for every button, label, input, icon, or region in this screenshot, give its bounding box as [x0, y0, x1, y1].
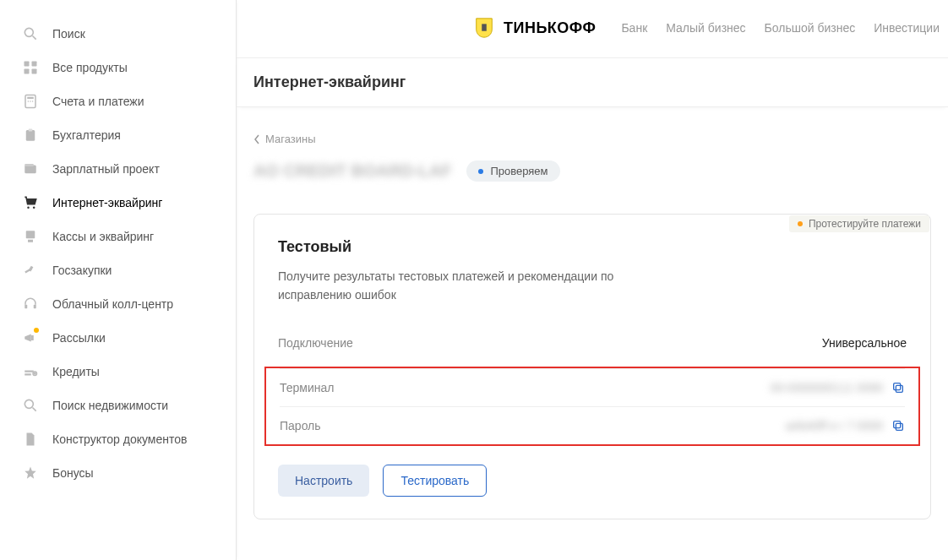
password-value-redacted: aAb40ff e r 7 0000 — [786, 419, 883, 432]
sidebar-item-label: Зарплатный проект — [52, 162, 160, 176]
svg-point-29 — [25, 400, 33, 408]
sidebar-item-label: Бухгалтерия — [52, 128, 121, 142]
sidebar-item-label: Госзакупки — [52, 264, 112, 277]
sidebar: Поиск Все продукты Счета и платежи Бухга… — [0, 0, 237, 560]
content: Магазины AO CREDIT BOARD-LAF Проверяем П… — [237, 107, 948, 519]
sidebar-item-label: Конструктор документов — [52, 432, 187, 446]
sidebar-item-realty[interactable]: Поиск недвижимости — [0, 389, 236, 422]
svg-rect-31 — [482, 24, 487, 30]
password-label: Пароль — [280, 419, 321, 432]
sidebar-item-products[interactable]: Все продукты — [0, 51, 236, 84]
shop-header-row: AO CREDIT BOARD-LAF Проверяем — [253, 160, 931, 182]
connection-label: Подключение — [278, 336, 353, 350]
sidebar-item-label: Поиск недвижимости — [52, 399, 168, 412]
gavel-icon — [22, 262, 39, 279]
breadcrumb-back[interactable]: Магазины — [253, 133, 931, 145]
chevron-left-icon — [253, 134, 260, 144]
svg-rect-18 — [28, 240, 33, 242]
svg-rect-14 — [25, 164, 34, 166]
svg-rect-12 — [29, 129, 33, 132]
copy-icon[interactable] — [891, 381, 905, 394]
status-label: Проверяем — [490, 165, 548, 177]
svg-line-30 — [33, 408, 36, 411]
svg-rect-7 — [27, 97, 34, 99]
svg-rect-5 — [32, 69, 37, 74]
hint-label: Протестируйте платежи — [809, 218, 921, 230]
grid-icon — [22, 59, 39, 76]
sidebar-item-accounting[interactable]: Бухгалтерия — [0, 118, 236, 152]
terminal-row: Терминал 00-0000000111 0090 — [280, 368, 905, 406]
svg-rect-17 — [26, 231, 35, 238]
sidebar-item-bonuses[interactable]: Бонусы — [0, 456, 236, 490]
copy-icon[interactable] — [891, 419, 905, 432]
card-description: Получите результаты тестовых платежей и … — [278, 268, 641, 304]
nav-investments[interactable]: Инвестиции — [874, 21, 940, 35]
svg-rect-25 — [25, 373, 31, 375]
configure-button[interactable]: Настроить — [278, 465, 369, 497]
main-area: ТИНЬКОФФ Банк Малый бизнес Большой бизне… — [237, 0, 948, 560]
breadcrumb-label: Магазины — [265, 133, 316, 145]
svg-point-15 — [27, 207, 30, 209]
page-title: Интернет-эквайринг — [237, 58, 948, 107]
svg-point-9 — [30, 101, 31, 102]
svg-rect-3 — [32, 62, 37, 67]
shield-icon — [473, 17, 495, 39]
top-nav: Банк Малый бизнес Большой бизнес Инвести… — [621, 21, 940, 35]
svg-rect-34 — [896, 424, 902, 431]
connection-row: Подключение Универсальное — [278, 324, 907, 362]
nav-bank[interactable]: Банк — [621, 21, 647, 35]
star-icon — [22, 465, 39, 481]
brand-name: ТИНЬКОФФ — [504, 19, 596, 37]
card-title: Тестовый — [278, 238, 907, 256]
sidebar-item-label: Кредиты — [52, 365, 100, 378]
shop-name-redacted: AO CREDIT BOARD-LAF — [253, 161, 451, 181]
wallet-icon — [22, 160, 39, 177]
hint-dot-icon — [798, 221, 803, 226]
svg-rect-35 — [894, 421, 901, 428]
sidebar-item-payroll[interactable]: Зарплатный проект — [0, 152, 236, 186]
svg-rect-22 — [34, 305, 36, 309]
terminal-card: Протестируйте платежи Тестовый Получите … — [253, 214, 931, 519]
sidebar-item-search[interactable]: Поиск — [0, 17, 236, 51]
nav-small-business[interactable]: Малый бизнес — [666, 21, 745, 35]
svg-point-0 — [25, 28, 33, 36]
sidebar-item-label: Счета и платежи — [52, 95, 144, 108]
search-icon — [22, 397, 39, 414]
credentials-highlight: Терминал 00-0000000111 0090 Пароль aAb40… — [264, 367, 920, 446]
credit-icon — [22, 363, 39, 380]
terminal-value-redacted: 00-0000000111 0090 — [771, 381, 883, 394]
card-hint-badge: Протестируйте платежи — [789, 215, 929, 232]
svg-rect-4 — [25, 69, 30, 74]
brand-logo[interactable]: ТИНЬКОФФ — [473, 17, 596, 39]
sidebar-item-credits[interactable]: Кредиты — [0, 355, 236, 389]
sidebar-item-accounts[interactable]: Счета и платежи — [0, 84, 236, 118]
card-actions: Настроить Тестировать — [278, 465, 907, 497]
svg-point-16 — [33, 207, 35, 209]
sidebar-item-callcenter[interactable]: Облачный колл-центр — [0, 287, 236, 321]
sidebar-item-label: Кассы и эквайринг — [52, 230, 154, 243]
status-dot-icon — [478, 169, 483, 174]
topbar: ТИНЬКОФФ Банк Малый бизнес Большой бизне… — [237, 0, 948, 58]
notification-dot-icon — [34, 328, 39, 333]
status-chip: Проверяем — [466, 160, 559, 182]
sidebar-item-label: Бонусы — [52, 466, 94, 480]
sidebar-item-mailings[interactable]: Рассылки — [0, 321, 236, 355]
document-icon — [22, 431, 39, 448]
sidebar-item-label: Поиск — [52, 27, 85, 41]
sidebar-item-acquiring[interactable]: Интернет-эквайринг — [0, 186, 236, 220]
sidebar-item-pos[interactable]: Кассы и эквайринг — [0, 220, 236, 253]
terminal-label: Терминал — [280, 381, 334, 394]
calculator-icon — [22, 93, 39, 110]
svg-rect-24 — [25, 371, 34, 372]
svg-rect-23 — [31, 335, 34, 340]
test-button[interactable]: Тестировать — [383, 465, 487, 497]
svg-rect-11 — [26, 130, 35, 141]
sidebar-item-docs[interactable]: Конструктор документов — [0, 422, 236, 456]
connection-value: Универсальное — [822, 336, 907, 350]
svg-rect-2 — [25, 62, 30, 67]
svg-rect-21 — [25, 305, 27, 309]
nav-big-business[interactable]: Большой бизнес — [765, 21, 856, 35]
password-row: Пароль aAb40ff e r 7 0000 — [280, 406, 905, 444]
search-icon — [22, 25, 39, 42]
sidebar-item-gov[interactable]: Госзакупки — [0, 253, 236, 287]
